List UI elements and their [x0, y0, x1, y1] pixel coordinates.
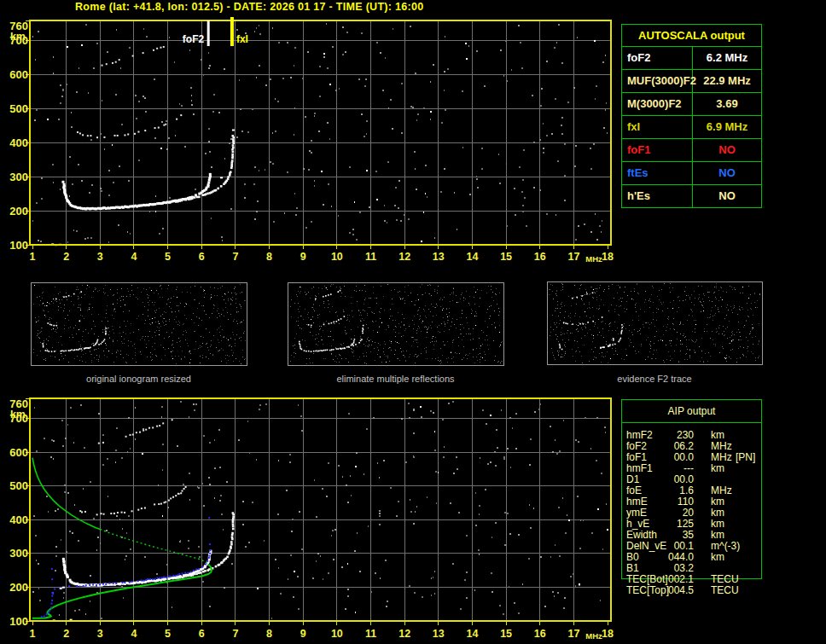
autoscala-row-label: foF2 — [622, 47, 693, 69]
autoscala-row-label: ftEs — [622, 162, 693, 184]
svg-text:5: 5 — [165, 251, 171, 263]
svg-text:400: 400 — [9, 513, 28, 526]
svg-text:9: 9 — [300, 628, 306, 640]
autoscala-row-value: NO — [693, 162, 761, 184]
aip-header: AIP output — [622, 400, 761, 423]
svg-text:7: 7 — [232, 628, 238, 640]
svg-text:10: 10 — [331, 628, 343, 640]
svg-text:600: 600 — [9, 446, 28, 459]
svg-text:2: 2 — [63, 251, 69, 263]
autoscala-row-value: 6.9 MHz — [693, 116, 761, 138]
svg-text:6: 6 — [199, 628, 205, 640]
autoscala-row-value: 6.2 MHz — [693, 47, 761, 69]
svg-text:13: 13 — [433, 628, 445, 640]
autoscala-row-label: h'Es — [622, 185, 693, 207]
svg-text:8: 8 — [266, 251, 272, 263]
aip-extra: [PN] — [736, 452, 755, 463]
thumbnail-caption-eliminate: eliminate multiple reflections — [288, 374, 503, 384]
svg-text:12: 12 — [398, 251, 410, 263]
svg-text:15: 15 — [500, 628, 512, 640]
svg-text:600: 600 — [9, 68, 28, 81]
aip-row-TEC[Top]: TEC[Top]004.5TECU — [622, 585, 761, 596]
autoscala-row-value: 22.9 MHz — [693, 70, 761, 92]
svg-text:7: 7 — [232, 251, 238, 263]
autoscala-header: AUTOSCALA output — [622, 25, 761, 47]
svg-text:12: 12 — [398, 628, 410, 640]
svg-text:2: 2 — [63, 628, 69, 640]
svg-text:17: 17 — [567, 251, 579, 263]
autoscala-row-fxI: fxI6.9 MHz — [622, 116, 761, 139]
svg-text:200: 200 — [9, 581, 28, 594]
autoscala-rows: foF26.2 MHzMUF(3000)F222.9 MHzM(3000)F23… — [622, 47, 761, 207]
svg-text:14: 14 — [466, 251, 478, 263]
svg-text:18: 18 — [602, 628, 614, 640]
svg-text:17: 17 — [567, 628, 579, 640]
thumbnail-2 — [288, 282, 503, 365]
svg-text:16: 16 — [534, 628, 546, 640]
aip-output-panel: AIP output hmF2230kmfoF206.2MHzfoF100.0M… — [621, 399, 762, 579]
aip-unit: TECU — [711, 585, 739, 596]
svg-text:4: 4 — [131, 251, 137, 263]
svg-text:6: 6 — [199, 251, 205, 263]
svg-text:fxI: fxI — [236, 33, 248, 45]
grid — [30, 398, 611, 621]
svg-text:3: 3 — [97, 251, 103, 263]
autoscala-row-ftEs: ftEsNO — [622, 162, 761, 185]
svg-text:400: 400 — [9, 136, 28, 149]
noise-speckle — [32, 401, 608, 619]
svg-text:300: 300 — [9, 547, 28, 560]
autoscala-row-label: M(3000)F2 — [622, 93, 693, 115]
autoscala-row-value: 3.69 — [693, 93, 761, 115]
svg-text:km: km — [10, 409, 26, 421]
svg-text:4: 4 — [131, 628, 137, 640]
svg-text:foF2: foF2 — [183, 33, 205, 45]
ionogram-top-chart: 123456789101112131415161718MHz7607006005… — [9, 17, 614, 264]
scaled-frequency-markers: foF2fxI — [183, 17, 248, 46]
autoscala-row-foF2: foF26.2 MHz — [622, 47, 761, 70]
svg-text:8: 8 — [266, 628, 272, 640]
autoscala-row-foF1: foF1NO — [622, 139, 761, 162]
thumbnail-caption-original: original ionogram resized — [31, 374, 247, 384]
svg-text:15: 15 — [500, 251, 512, 263]
svg-text:1: 1 — [30, 628, 36, 640]
svg-text:11: 11 — [365, 628, 376, 640]
svg-text:100: 100 — [9, 239, 28, 252]
noise-speckle — [32, 23, 608, 243]
svg-text:3: 3 — [97, 628, 103, 640]
svg-text:18: 18 — [602, 251, 614, 263]
svg-text:MHz: MHz — [585, 254, 602, 264]
svg-text:10: 10 — [331, 251, 343, 263]
echo-traces — [51, 46, 235, 246]
svg-text:16: 16 — [534, 251, 546, 263]
svg-text:14: 14 — [466, 628, 478, 640]
svg-text:500: 500 — [9, 479, 28, 492]
thumbnail-3 — [547, 281, 762, 364]
svg-text:200: 200 — [9, 205, 28, 218]
autoscala-output-panel: AUTOSCALA output foF26.2 MHzMUF(3000)F22… — [621, 24, 762, 208]
autoscala-row-label: MUF(3000)F2 — [622, 70, 693, 92]
aip-value: 004.5 — [653, 585, 694, 596]
svg-text:300: 300 — [9, 171, 28, 183]
autoscala-row-MUF(3000)F2: MUF(3000)F222.9 MHz — [622, 70, 761, 93]
svg-text:5: 5 — [165, 628, 171, 640]
svg-text:500: 500 — [9, 102, 28, 115]
thumbnail-1 — [31, 282, 247, 365]
svg-text:13: 13 — [433, 251, 445, 263]
autoscala-row-value: NO — [693, 185, 761, 207]
svg-text:100: 100 — [9, 615, 28, 628]
svg-text:9: 9 — [300, 251, 306, 263]
aip-unit: km — [711, 552, 724, 563]
ionogram-bottom-chart: 123456789101112131415161718MHz7607006005… — [9, 397, 614, 641]
svg-text:MHz: MHz — [585, 631, 602, 641]
svg-text:km: km — [10, 31, 26, 43]
thumbnail-caption-evidence: evidence F2 trace — [547, 374, 762, 384]
autoscala-row-value: NO — [693, 139, 761, 161]
autoscala-row-label: fxI — [622, 116, 693, 138]
svg-text:1: 1 — [30, 251, 36, 263]
autoscala-row-M(3000)F2: M(3000)F23.69 — [622, 93, 761, 116]
aip-unit: km — [711, 463, 724, 474]
autoscala-row-label: foF1 — [622, 139, 693, 161]
autoscala-row-h'Es: h'EsNO — [622, 185, 761, 207]
svg-text:11: 11 — [365, 251, 376, 263]
aip-rows: hmF2230kmfoF206.2MHzfoF100.0MHz[PN]hmF1-… — [622, 423, 761, 596]
